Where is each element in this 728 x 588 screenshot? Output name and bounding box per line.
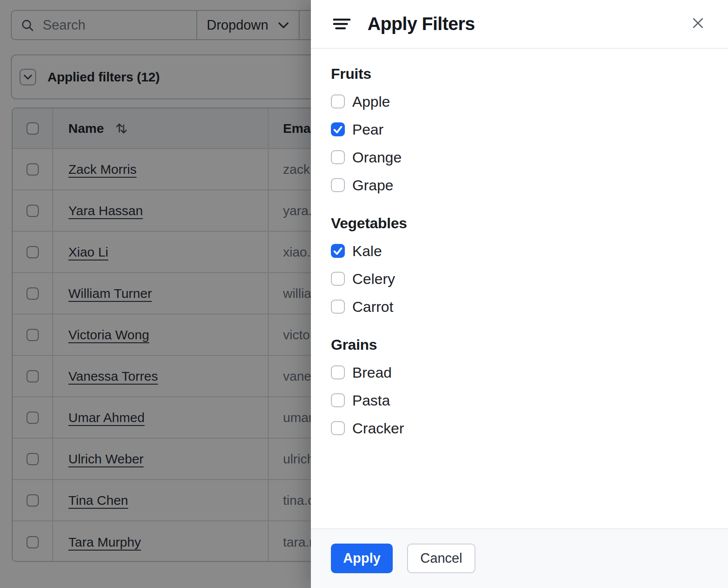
checkbox-unchecked[interactable] [331, 95, 345, 108]
apply-button[interactable]: Apply [331, 544, 393, 573]
filter-option[interactable]: Pear [331, 115, 708, 143]
filter-panel-footer: Apply Cancel [311, 528, 728, 588]
filter-option[interactable]: Kale [331, 237, 708, 265]
filter-option-label: Pear [352, 121, 384, 138]
close-icon [691, 16, 705, 30]
filter-option[interactable]: Celery [331, 265, 708, 293]
filter-option-label: Apple [352, 93, 390, 110]
filter-option-label: Kale [352, 243, 382, 260]
checkbox-unchecked[interactable] [331, 393, 345, 407]
filter-option[interactable]: Cracker [331, 414, 708, 442]
checkbox-unchecked[interactable] [331, 272, 345, 286]
filter-option[interactable]: Apple [331, 88, 708, 115]
filter-panel-header: Apply Filters [311, 0, 728, 49]
cancel-button[interactable]: Cancel [407, 544, 475, 573]
panel-title: Apply Filters [367, 14, 475, 34]
check-icon [331, 122, 345, 136]
filter-icon [333, 17, 351, 30]
app-root: Dropdown Applied filters (12) [0, 0, 728, 588]
filter-option[interactable]: Orange [331, 143, 708, 171]
filter-panel: Apply Filters FruitsApplePearOrangeGrape… [311, 0, 728, 588]
modal-overlay[interactable] [0, 0, 311, 588]
filter-option-label: Orange [352, 149, 401, 166]
filter-option[interactable]: Pasta [331, 386, 708, 414]
filter-option-label: Bread [352, 364, 392, 381]
filter-section: GrainsBreadPastaCracker [331, 336, 708, 442]
filter-option[interactable]: Bread [331, 358, 708, 386]
filter-section: VegetablesKaleCeleryCarrot [331, 215, 708, 321]
filter-section: FruitsApplePearOrangeGrape [331, 65, 708, 199]
filter-option-label: Pasta [352, 392, 390, 409]
filter-section-heading: Grains [331, 336, 708, 353]
filter-section-heading: Fruits [331, 65, 708, 82]
checkbox-checked[interactable] [331, 122, 345, 136]
filter-option-label: Cracker [352, 420, 404, 437]
filter-option[interactable]: Carrot [331, 293, 708, 321]
filter-option[interactable]: Grape [331, 171, 708, 199]
checkbox-unchecked[interactable] [331, 421, 345, 435]
check-icon [331, 244, 345, 258]
filter-panel-body: FruitsApplePearOrangeGrapeVegetablesKale… [311, 49, 728, 442]
checkbox-unchecked[interactable] [331, 150, 345, 164]
filter-section-heading: Vegetables [331, 215, 708, 232]
checkbox-unchecked[interactable] [331, 178, 345, 192]
filter-option-label: Grape [352, 177, 394, 194]
filter-option-label: Carrot [352, 298, 393, 315]
close-button[interactable] [687, 12, 709, 34]
checkbox-unchecked[interactable] [331, 300, 345, 314]
checkbox-unchecked[interactable] [331, 365, 345, 379]
checkbox-checked[interactable] [331, 244, 345, 258]
filter-option-label: Celery [352, 270, 395, 287]
